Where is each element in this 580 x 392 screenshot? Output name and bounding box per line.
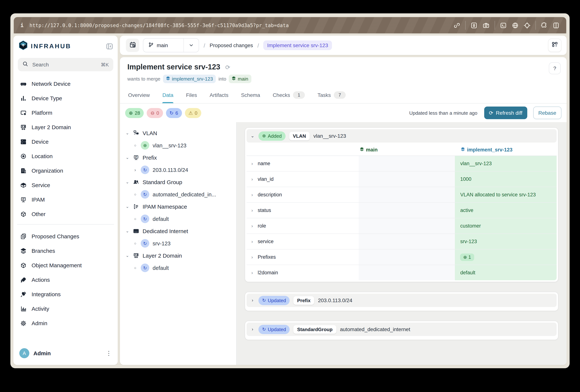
tab-tasks[interactable]: Tasks7 xyxy=(317,87,346,103)
sidebar-item-actions[interactable]: Actions xyxy=(16,272,115,287)
sidebar-item-device[interactable]: Device xyxy=(16,134,115,149)
tree-section-vlan[interactable]: ⌄ VLAN xyxy=(125,127,233,139)
diff-row-vlan-id[interactable]: ›vlan_id 1000 xyxy=(247,171,557,187)
diff-row-prefixes[interactable]: ›Prefixes ⊕1 xyxy=(247,250,557,265)
kebab-menu-icon[interactable]: ⋮ xyxy=(106,350,112,357)
tree-item-label: vlan__srv-123 xyxy=(153,142,186,148)
users-icon xyxy=(133,179,139,185)
logo-text: INFRAHUB xyxy=(31,42,106,50)
user-menu[interactable]: A Admin ⋮ xyxy=(13,345,118,365)
sidebar-item-layer-2-domain[interactable]: Layer 2 Domain xyxy=(16,120,115,134)
diff-row-description[interactable]: ›description VLAN allocated to service s… xyxy=(247,187,557,203)
tab-schema[interactable]: Schema xyxy=(241,87,260,103)
sidebar-item-network-device[interactable]: Network Device xyxy=(16,76,115,91)
tree-item-namespace-default[interactable]: ○ ↻ default xyxy=(125,213,233,225)
base-value-cell xyxy=(359,187,455,202)
target-branch-badge[interactable]: main xyxy=(229,75,251,83)
tree-item-automated-dedicated[interactable]: ○ ↻ automated_dedicated_in... xyxy=(125,188,233,200)
sidebar-item-service[interactable]: Service xyxy=(16,178,115,192)
nav-label: Other xyxy=(31,211,45,217)
object-name: vlan__srv-123 xyxy=(313,133,346,139)
diff-card-header[interactable]: › ↻Updated Prefix 203.0.113.0/24 xyxy=(247,294,557,307)
tree-item-vlan-srv-123[interactable]: ○ ⊕ vlan__srv-123 xyxy=(125,139,233,151)
crosshair-icon[interactable] xyxy=(524,22,531,29)
tree-item-l2-default[interactable]: ○ ↻ default xyxy=(125,262,233,274)
sidebar-item-device-type[interactable]: Device Type xyxy=(16,91,115,106)
sidebar-item-branches[interactable]: Branches xyxy=(16,244,115,258)
chevron-right-icon[interactable]: › xyxy=(250,298,255,303)
chevron-right-icon: › xyxy=(250,208,254,213)
server-stack-icon xyxy=(20,138,27,145)
tree-item-prefix-203[interactable]: › ↻ 203.0.113.0/24 xyxy=(125,164,233,176)
infrahub-logo-icon[interactable] xyxy=(18,40,28,52)
split-view-icon[interactable] xyxy=(553,22,560,29)
chevron-down-icon: ⌄ xyxy=(125,229,130,234)
chevron-down-icon[interactable]: ⌄ xyxy=(250,133,255,138)
refresh-diff-button[interactable]: ⟳Refresh diff xyxy=(484,107,527,119)
puzzle-icon[interactable] xyxy=(541,22,548,29)
tree-section-ipam-namespace[interactable]: ⌄ IPAM Namespace xyxy=(125,200,233,213)
diff-row-role[interactable]: ›role customer xyxy=(247,218,557,234)
tree-section-label: Layer 2 Domain xyxy=(143,253,182,259)
chevron-right-icon: › xyxy=(250,161,254,166)
nav-secondary: Proposed Changes Branches Object Managem… xyxy=(13,228,118,330)
rebase-button[interactable]: Rebase xyxy=(533,107,562,119)
sidebar-item-proposed-changes[interactable]: Proposed Changes xyxy=(16,229,115,244)
search-icon xyxy=(22,61,28,68)
tab-artifacts[interactable]: Artifacts xyxy=(210,87,228,103)
chevron-down-icon: ⌄ xyxy=(125,180,130,184)
help-button[interactable]: ? xyxy=(549,62,561,74)
tab-data[interactable]: Data xyxy=(162,87,173,103)
sidebar-item-organization[interactable]: Organization xyxy=(16,163,115,178)
search-input[interactable] xyxy=(31,61,98,68)
tab-files[interactable]: Files xyxy=(186,87,197,103)
sidebar-item-admin[interactable]: Admin xyxy=(16,316,115,330)
sidebar-item-location[interactable]: Location xyxy=(16,149,115,163)
diff-row-l2domain[interactable]: ›l2domain default xyxy=(247,265,557,280)
diff-list: ⌄ ⊕Added VLAN vlan__srv-123 xyxy=(237,122,567,365)
url-text[interactable]: http://127.0.0.1:8000/proposed-changes/1… xyxy=(29,22,446,28)
chevron-down-icon[interactable] xyxy=(184,39,199,52)
tree-section-layer-2-domain[interactable]: ⌄ Layer 2 Domain xyxy=(125,250,233,262)
diff-stats-bar: ⊕28 ⊖0 ↻6 ⚠0 Updated less than a minute … xyxy=(120,104,567,122)
globe-icon[interactable] xyxy=(512,22,519,29)
search-input-wrap[interactable]: ⌘K xyxy=(18,58,113,71)
link-icon[interactable] xyxy=(453,22,460,29)
refresh-icon[interactable]: ⟳ xyxy=(225,64,230,71)
image-icon[interactable] xyxy=(470,22,477,29)
sidebar-collapse-icon[interactable] xyxy=(106,42,113,50)
sidebar-item-integrations[interactable]: Integrations xyxy=(16,287,115,301)
tab-overview[interactable]: Overview xyxy=(128,87,150,103)
diff-card-header[interactable]: ⌄ ⊕Added VLAN vlan__srv-123 xyxy=(247,129,557,142)
sidebar-item-activity[interactable]: Activity xyxy=(16,301,115,316)
time-travel-button[interactable] xyxy=(126,39,139,52)
added-count-pill: ⊕28 xyxy=(125,108,144,118)
sidebar-item-other[interactable]: Other xyxy=(16,207,115,221)
sidebar-item-object-management[interactable]: Object Management xyxy=(16,258,115,272)
diff-row-status[interactable]: ›status active xyxy=(247,203,557,218)
tree-section-prefix[interactable]: ⌄ IP Prefix xyxy=(125,151,233,164)
base-value-cell xyxy=(359,171,455,187)
diff-row-service[interactable]: ›service srv-123 xyxy=(247,234,557,250)
diff-row-name[interactable]: ›name vlan__srv-123 xyxy=(247,156,557,171)
terminal-icon[interactable] xyxy=(500,22,507,29)
base-branch-column-header: main xyxy=(354,147,455,152)
sidebar-item-ipam[interactable]: IP IPAM xyxy=(16,192,115,207)
sidebar-item-platform[interactable]: Platform xyxy=(16,106,115,120)
schema-visualizer-button[interactable] xyxy=(548,39,562,52)
tree-item-srv-123[interactable]: ○ ↻ srv-123 xyxy=(125,237,233,250)
tree-section-standard-group[interactable]: ⌄ Standard Group xyxy=(125,176,233,188)
breadcrumb-current[interactable]: Implement service srv-123 xyxy=(264,40,332,50)
branch-selector[interactable]: main xyxy=(143,38,199,52)
base-value-cell xyxy=(359,218,455,234)
compare-branch-column-header[interactable]: implement_srv-123 xyxy=(456,147,557,152)
breadcrumb-proposed-changes[interactable]: Proposed changes xyxy=(210,42,253,48)
chevron-right-icon[interactable]: › xyxy=(250,327,255,332)
refresh-icon: ↻ xyxy=(262,327,266,332)
tab-checks[interactable]: Checks1 xyxy=(273,87,305,103)
diff-card-header[interactable]: › ↻Updated StandardGroup automated_dedic… xyxy=(247,323,557,336)
source-branch-badge[interactable]: implement_srv-123 xyxy=(163,75,216,83)
tree-section-dedicated-internet[interactable]: ⌄ Dedicated Internet xyxy=(125,225,233,237)
page-title: Implement service srv-123 xyxy=(127,63,220,71)
camera-icon[interactable] xyxy=(482,22,490,29)
